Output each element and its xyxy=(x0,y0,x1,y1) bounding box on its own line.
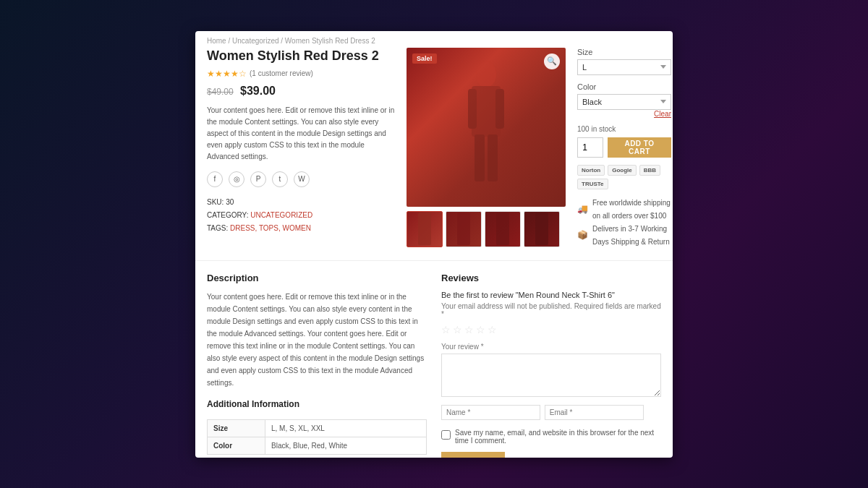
truck-icon: 🚚 xyxy=(577,202,588,218)
shipping-free-row: 🚚 Free worldwide shipping on all orders … xyxy=(577,197,671,223)
svg-rect-4 xyxy=(475,134,485,181)
price-row: $49.00 $39.00 xyxy=(207,85,395,98)
svg-rect-9 xyxy=(535,213,548,245)
whatsapp-icon[interactable]: W xyxy=(294,171,310,187)
table-row-color: Color Black, Blue, Red, White xyxy=(208,437,427,454)
main-product-image: Sale! 🔍 xyxy=(407,48,566,207)
svg-rect-7 xyxy=(457,213,470,245)
thumb-2-inner xyxy=(446,212,481,247)
table-color-label: Color xyxy=(208,437,265,454)
review-count: (1 customer review) xyxy=(250,69,313,77)
add-to-cart-button[interactable]: ADD TO CART xyxy=(608,137,671,158)
rating-stars-row[interactable]: ☆ ☆ ☆ ☆ ☆ xyxy=(441,324,661,335)
category-label: CATEGORY: xyxy=(207,211,248,219)
breadcrumb: Home / Uncategorized / Women Stylish Red… xyxy=(195,31,673,48)
quantity-input[interactable] xyxy=(577,137,603,158)
svg-rect-5 xyxy=(488,134,498,181)
reviews-column: Reviews Be the first to review "Men Roun… xyxy=(441,273,661,458)
product-section: Women Stylish Red Dress 2 ★★★★☆ (1 custo… xyxy=(195,48,673,260)
thumb-1-svg xyxy=(414,213,435,245)
twitter-icon[interactable]: t xyxy=(272,171,288,187)
thumbnail-2[interactable] xyxy=(446,211,482,247)
email-input[interactable] xyxy=(545,405,644,420)
description-text: Your content goes here. Edit or remove t… xyxy=(207,291,427,389)
table-size-label: Size xyxy=(208,419,265,437)
star-rating: ★★★★☆ xyxy=(207,69,247,79)
thumb-3-inner xyxy=(485,212,520,247)
product-left-panel: Women Stylish Red Dress 2 ★★★★☆ (1 custo… xyxy=(207,48,395,249)
required-note: Your email address will not be published… xyxy=(441,302,661,318)
instagram-icon[interactable]: ◎ xyxy=(229,171,244,187)
shipping-info: 🚚 Free worldwide shipping on all orders … xyxy=(577,197,671,249)
product-title: Women Stylish Red Dress 2 xyxy=(207,48,395,64)
tags-links[interactable]: DRESS, TOPS, WOMEN xyxy=(230,224,311,232)
sale-badge: Sale! xyxy=(412,53,437,64)
new-price: $39.00 xyxy=(240,85,276,97)
google-badge: Google xyxy=(608,165,637,176)
stars-row: ★★★★☆ (1 customer review) xyxy=(207,69,395,79)
save-checkbox-row: Save my name, email, and website in this… xyxy=(441,429,661,445)
facebook-icon[interactable]: f xyxy=(207,171,223,187)
review-textarea[interactable] xyxy=(441,354,661,397)
page-container: Home / Uncategorized / Women Stylish Red… xyxy=(195,31,673,458)
sku-label: SKU: xyxy=(207,198,224,206)
product-options-panel: Size L M S XL XXL Color Black Blue Red W… xyxy=(577,48,671,249)
size-label: Size xyxy=(577,48,671,56)
size-option-group: Size L M S XL XXL xyxy=(577,48,671,75)
zoom-button[interactable]: 🔍 xyxy=(544,53,560,69)
shipping-delivery-text: Delivers in 3-7 Working Days Shipping & … xyxy=(592,223,671,249)
bbb-badge: BBB xyxy=(639,165,660,176)
breadcrumb-current: Women Stylish Red Dress 2 xyxy=(285,37,375,45)
breadcrumb-home[interactable]: Home xyxy=(207,37,226,45)
thumb-2-svg xyxy=(453,213,475,245)
color-label: Color xyxy=(577,82,671,91)
sku-value: 30 xyxy=(226,198,234,206)
additional-info-title: Additional Information xyxy=(207,399,427,409)
norton-badge: Norton xyxy=(577,165,605,176)
thumbnail-row xyxy=(407,211,566,247)
name-input[interactable] xyxy=(441,405,540,420)
svg-rect-8 xyxy=(496,213,509,245)
additional-info-table: Size L, M, S, XL, XXL Color Black, Blue,… xyxy=(207,419,427,455)
stock-info: 100 in stock xyxy=(577,125,671,133)
svg-rect-3 xyxy=(495,89,504,129)
calendar-icon: 📦 xyxy=(577,228,588,244)
rating-star-3[interactable]: ☆ xyxy=(464,324,474,335)
table-color-value: Black, Blue, Red, White xyxy=(265,437,427,454)
pinterest-icon[interactable]: P xyxy=(250,171,266,187)
rating-star-4[interactable]: ☆ xyxy=(476,324,485,335)
size-select[interactable]: L M S XL XXL xyxy=(577,59,671,75)
save-checkbox-label: Save my name, email, and website in this… xyxy=(455,429,661,445)
breadcrumb-uncategorized[interactable]: Uncategorized xyxy=(232,37,278,45)
description-column: Description Your content goes here. Edit… xyxy=(207,273,427,458)
rating-star-2[interactable]: ☆ xyxy=(453,324,462,335)
thumb-3-svg xyxy=(492,213,514,245)
thumbnail-4[interactable] xyxy=(524,211,560,247)
thumb-4-svg xyxy=(531,213,553,245)
review-textarea-label: Your review * xyxy=(441,343,661,351)
svg-rect-6 xyxy=(418,213,431,245)
submit-button[interactable]: SUBMIT xyxy=(441,452,505,458)
color-option-group: Color Black Blue Red White Clear xyxy=(577,82,671,118)
additional-info-section: Additional Information Size L, M, S, XL,… xyxy=(207,399,427,455)
thumb-4-inner xyxy=(524,212,559,247)
color-select[interactable]: Black Blue Red White xyxy=(577,94,671,110)
thumbnail-3[interactable] xyxy=(485,211,521,247)
save-checkbox[interactable] xyxy=(441,430,451,440)
product-images-panel: Sale! 🔍 xyxy=(407,48,566,249)
thumbnail-1[interactable] xyxy=(407,211,443,247)
name-email-row xyxy=(441,405,661,424)
svg-point-0 xyxy=(476,61,496,87)
trust-badges-row: Norton Google BBB TRUSTe xyxy=(577,165,671,189)
shipping-free-text: Free worldwide shipping on all orders ov… xyxy=(592,197,671,223)
rating-star-1[interactable]: ☆ xyxy=(441,324,451,335)
category-link[interactable]: UNCATEGORIZED xyxy=(250,211,312,219)
be-first-text: Be the first to review "Men Round Neck T… xyxy=(441,291,661,299)
reviews-title: Reviews xyxy=(441,273,661,283)
social-icons-row: f ◎ P t W xyxy=(207,171,395,187)
table-row-size: Size L, M, S, XL, XXL xyxy=(208,419,427,437)
rating-star-5[interactable]: ☆ xyxy=(488,324,497,335)
table-size-value: L, M, S, XL, XXL xyxy=(265,419,427,437)
product-description: Your content goes here. Edit or remove t… xyxy=(207,105,395,163)
clear-link[interactable]: Clear xyxy=(577,110,671,118)
